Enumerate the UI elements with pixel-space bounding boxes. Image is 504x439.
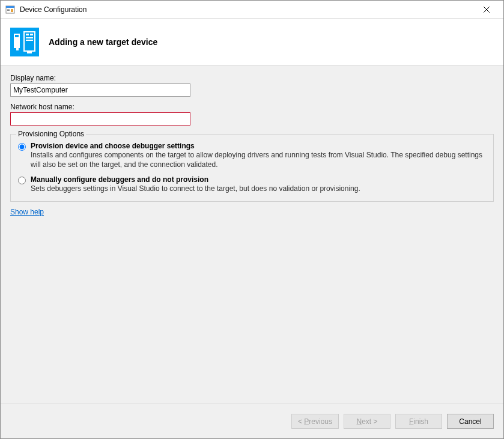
svg-rect-1: [6, 6, 14, 8]
provision-auto-title: Provision device and choose debugger set…: [31, 142, 486, 150]
app-icon: [5, 5, 15, 14]
svg-rect-16: [26, 40, 33, 41]
provision-auto-desc: Installs and configures components on th…: [31, 150, 486, 169]
close-icon: [484, 7, 490, 13]
provision-manual-radio[interactable]: [18, 177, 26, 184]
previous-button[interactable]: < Previous: [291, 414, 339, 429]
wizard-content: Display name: Network host name: Provisi…: [1, 65, 503, 404]
host-name-input[interactable]: [10, 112, 190, 126]
svg-rect-9: [15, 35, 19, 37]
display-name-label: Display name:: [10, 74, 494, 82]
svg-rect-4: [11, 9, 13, 12]
provision-manual-desc: Sets debuggers settings in Visual Studio…: [31, 184, 486, 193]
svg-rect-10: [16, 48, 19, 50]
provisioning-options-group: Provisioning Options Provision device an…: [10, 134, 494, 202]
host-name-label: Network host name:: [10, 103, 494, 111]
provision-manual-option[interactable]: Manually configure debuggers and do not …: [18, 175, 486, 193]
provision-auto-option[interactable]: Provision device and choose debugger set…: [18, 142, 486, 169]
page-heading: Adding a new target device: [49, 37, 157, 47]
svg-rect-17: [27, 52, 32, 53]
provisioning-legend: Provisioning Options: [16, 130, 86, 138]
svg-rect-14: [30, 34, 33, 35]
provision-manual-title: Manually configure debuggers and do not …: [31, 175, 486, 184]
display-name-input[interactable]: [10, 83, 190, 97]
svg-rect-2: [7, 9, 10, 10]
wizard-header: Adding a new target device: [1, 19, 503, 65]
svg-rect-15: [26, 37, 33, 38]
device-logo-icon: [10, 28, 39, 56]
show-help-link[interactable]: Show help: [10, 208, 44, 216]
svg-rect-13: [26, 34, 29, 35]
provision-auto-radio[interactable]: [18, 143, 26, 151]
window-title: Device Configuration: [20, 5, 475, 14]
next-button[interactable]: Next >: [344, 414, 390, 429]
wizard-footer: < Previous Next > Finish Cancel: [1, 404, 503, 438]
cancel-button[interactable]: Cancel: [447, 414, 494, 429]
close-button[interactable]: [475, 1, 499, 18]
svg-rect-3: [7, 10, 10, 11]
titlebar: Device Configuration: [1, 1, 503, 19]
finish-button[interactable]: Finish: [395, 414, 442, 429]
